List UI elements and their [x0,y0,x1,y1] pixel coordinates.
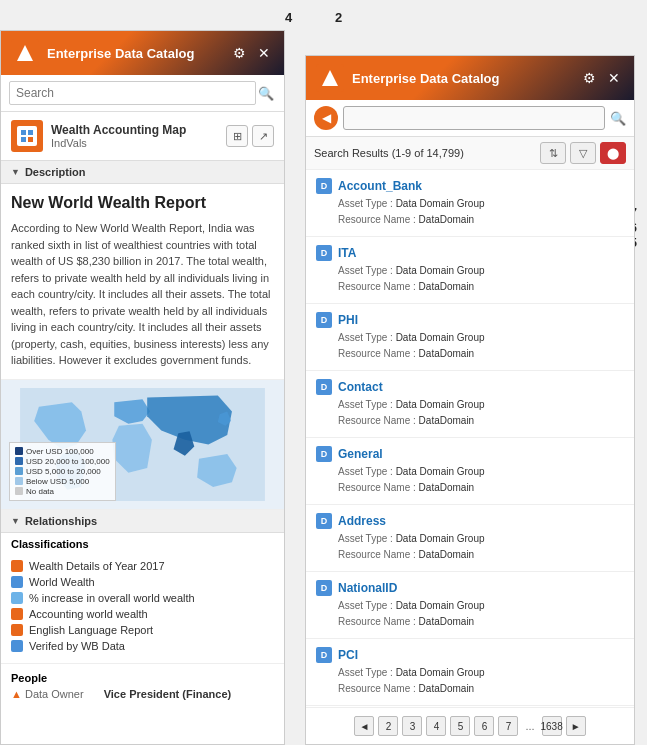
result-list: D Account_Bank Asset Type : Data Domain … [306,170,634,728]
result-item[interactable]: D PHI Asset Type : Data Domain Group Res… [306,304,634,371]
result-item[interactable]: D Account_Bank Asset Type : Data Domain … [306,170,634,237]
asset-action-icons: ⊞ ↗ [226,125,274,147]
description-section-header[interactable]: ▼ Description [1,161,284,184]
search-input[interactable] [9,81,256,105]
description-text: According to New World Wealth Report, In… [11,220,274,369]
result-name: ITA [338,246,356,260]
result-item[interactable]: D NationalID Asset Type : Data Domain Gr… [306,572,634,639]
asset-header: Wealth Accounting Map IndVals ⊞ ↗ [1,112,284,161]
asset-type-val: Data Domain Group [396,399,485,410]
result-item[interactable]: D Contact Asset Type : Data Domain Group… [306,371,634,438]
next-page-button[interactable]: ► [566,716,586,736]
result-type-icon: D [316,245,332,261]
cls-label: Accounting world wealth [29,608,148,620]
resource-name-val: DataDomain [419,549,475,560]
back-button[interactable]: ◀ [314,106,338,130]
cls-label: World Wealth [29,576,95,588]
description-content: New World Wealth Report According to New… [1,184,284,380]
result-meta: Asset Type : Data Domain Group Resource … [316,397,624,429]
classification-item: English Language Report [11,622,274,638]
prev-page-button[interactable]: ◄ [354,716,374,736]
result-item[interactable]: D PCI Asset Type : Data Domain Group Res… [306,639,634,706]
svg-marker-0 [17,45,33,61]
result-meta: Asset Type : Data Domain Group Resource … [316,196,624,228]
relationships-section-header[interactable]: ▼ Relationships [1,510,284,533]
grid-view-icon[interactable]: ⊞ [226,125,248,147]
page-3-button[interactable]: 3 [402,716,422,736]
legend-item-3: USD 5,000 to 20,000 [15,467,110,476]
result-meta: Asset Type : Data Domain Group Resource … [316,598,624,630]
cls-color-icon [11,640,23,652]
right-header-icons: ⚙ ✕ [579,68,624,88]
svg-rect-1 [21,130,26,135]
world-map-container: Over USD 100,000 USD 20,000 to 100,000 U… [1,380,284,510]
result-name: NationalID [338,581,397,595]
legend-label-1: Over USD 100,000 [26,447,94,456]
result-item-header: D Address [316,513,624,529]
asset-type-val: Data Domain Group [396,332,485,343]
asset-type-val: Data Domain Group [396,600,485,611]
result-item[interactable]: D Address Asset Type : Data Domain Group… [306,505,634,572]
right-panel-title: Enterprise Data Catalog [352,71,499,86]
tag-button[interactable]: ⬤ [600,142,626,164]
annotation-2: 2 [335,10,342,25]
sort-button[interactable]: ⇅ [540,142,566,164]
cls-color-icon [11,560,23,572]
right-header-left: Enterprise Data Catalog [316,64,499,92]
classifications-section: Classifications Wealth Details of Year 2… [1,533,284,664]
classifications-label: Classifications [11,538,274,550]
export-icon[interactable]: ↗ [252,125,274,147]
result-item-header: D Contact [316,379,624,395]
page-4-button[interactable]: 4 [426,716,446,736]
result-item-header: D General [316,446,624,462]
result-meta: Asset Type : Data Domain Group Resource … [316,263,624,295]
svg-rect-4 [28,137,33,142]
cls-color-icon [11,576,23,588]
result-item[interactable]: D General Asset Type : Data Domain Group… [306,438,634,505]
asset-info: Wealth Accounting Map IndVals [51,123,218,149]
right-panel-header: Enterprise Data Catalog ⚙ ✕ [306,56,634,100]
page-7-button[interactable]: 7 [498,716,518,736]
right-settings-icon[interactable]: ⚙ [579,68,599,88]
asset-type-val: Data Domain Group [396,198,485,209]
result-meta: Asset Type : Data Domain Group Resource … [316,665,624,697]
legend-dot-1 [15,447,23,455]
annotation-4: 4 [285,10,292,25]
legend-item-4: Below USD 5,000 [15,477,110,486]
pagination: ◄ 2 3 4 5 6 7 ... 1638 ► [306,707,634,744]
resource-name-val: DataDomain [419,214,475,225]
result-name: PHI [338,313,358,327]
page-5-button[interactable]: 5 [450,716,470,736]
relationships-label: Relationships [25,515,97,527]
asset-type-val: Data Domain Group [396,265,485,276]
search-button[interactable]: 🔍 [256,84,276,103]
people-role-label: ▲ Data Owner [11,688,84,700]
page-last-button[interactable]: 1638 [542,716,562,736]
result-type-icon: D [316,580,332,596]
result-item[interactable]: D ITA Asset Type : Data Domain Group Res… [306,237,634,304]
legend-label-3: USD 5,000 to 20,000 [26,467,101,476]
resource-name-val: DataDomain [419,616,475,627]
cls-color-icon [11,624,23,636]
left-panel-title: Enterprise Data Catalog [47,46,194,61]
legend-label-2: USD 20,000 to 100,000 [26,457,110,466]
filter-button[interactable]: ▽ [570,142,596,164]
rel-triangle-icon: ▼ [11,516,20,526]
right-search-input[interactable] [343,106,605,130]
close-icon[interactable]: ✕ [254,43,274,63]
result-type-icon: D [316,379,332,395]
result-item-header: D PCI [316,647,624,663]
asset-type-val: Data Domain Group [396,533,485,544]
right-close-icon[interactable]: ✕ [604,68,624,88]
page-6-button[interactable]: 6 [474,716,494,736]
page-2-button[interactable]: 2 [378,716,398,736]
settings-icon[interactable]: ⚙ [229,43,249,63]
result-meta: Asset Type : Data Domain Group Resource … [316,464,624,496]
resource-name-val: DataDomain [419,482,475,493]
resource-name-val: DataDomain [419,281,475,292]
asset-sub: IndVals [51,137,218,149]
left-header-left: Enterprise Data Catalog [11,39,194,67]
cls-color-icon [11,592,23,604]
resource-name-val: DataDomain [419,348,475,359]
right-search-bar: ◀ 🔍 [306,100,634,137]
